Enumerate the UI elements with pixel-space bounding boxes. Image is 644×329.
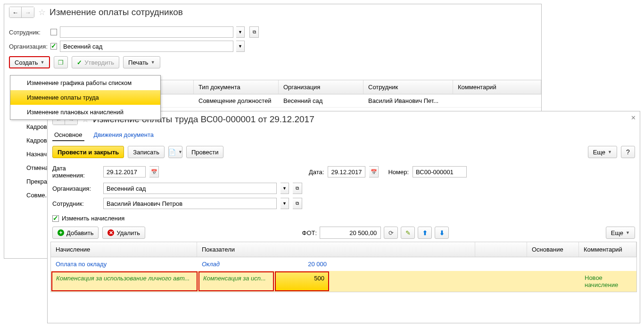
- number-input[interactable]: ВС00-000001: [413, 166, 467, 177]
- title-bar: ← → ☆ Изменение оплаты сотрудников: [4, 4, 541, 20]
- tabs: Основное Движения документа: [48, 127, 640, 143]
- post-button[interactable]: Провести: [186, 146, 224, 158]
- edit-button[interactable]: ✎: [401, 227, 415, 239]
- col-org[interactable]: Организация: [279, 80, 363, 94]
- delete-icon: ✕: [107, 229, 114, 236]
- delete-button[interactable]: ✕ Удалить: [102, 227, 145, 239]
- print-button[interactable]: Печать▼: [123, 56, 160, 68]
- col-emp[interactable]: Сотрудник: [363, 80, 453, 94]
- sub-emp-label: Сотрудник:: [52, 200, 99, 207]
- employee-dropdown-icon[interactable]: ▼: [236, 26, 245, 38]
- col-comment[interactable]: Комментарий: [453, 80, 541, 94]
- number-label: Номер:: [388, 169, 409, 176]
- change-calc-label: Изменить начисления: [62, 215, 124, 222]
- org-label: Организация:: [9, 43, 48, 50]
- cell-doctype: Совмещение должностей: [194, 94, 279, 107]
- help-button[interactable]: ?: [621, 146, 635, 158]
- org-filter-checkbox[interactable]: [50, 43, 57, 50]
- open-icon[interactable]: ⧉: [293, 198, 302, 209]
- more-button[interactable]: Еще ▼: [588, 146, 617, 158]
- table-row-highlighted[interactable]: Компенсация за использование личного авт…: [51, 271, 636, 292]
- calendar-icon[interactable]: 📅: [149, 166, 159, 177]
- date-label: Дата:: [309, 169, 324, 176]
- write-button[interactable]: Записать: [128, 146, 165, 158]
- cell-calc[interactable]: Оплата по окладу: [51, 257, 197, 271]
- change-date-input[interactable]: 29.12.2017: [103, 166, 146, 177]
- table-more-button[interactable]: Еще ▼: [606, 227, 635, 239]
- menu-item-schedule-list[interactable]: Изменение графика работы списком: [10, 76, 160, 90]
- grid-header: Тип документа Организация Сотрудник Комм…: [161, 80, 541, 94]
- forward-button[interactable]: →: [22, 7, 34, 17]
- tab-main[interactable]: Основное: [52, 129, 84, 141]
- post-and-close-button[interactable]: Провести и закрыть: [52, 146, 124, 158]
- sub-window: ✕ ← → ☆ Изменение оплаты труда ВС00-0000…: [47, 111, 640, 323]
- back-button[interactable]: ←: [9, 7, 22, 17]
- table-row[interactable]: Оплата по окладу Оклад 20 000: [51, 257, 636, 271]
- chevron-down-icon: ▼: [151, 60, 155, 65]
- employee-input[interactable]: [60, 26, 233, 38]
- approve-button[interactable]: ✓ Утвердить: [72, 56, 119, 68]
- plus-icon: +: [58, 229, 64, 236]
- cell-calc[interactable]: Компенсация за использование личного авт…: [51, 271, 198, 291]
- chevron-down-icon: ▼: [178, 150, 182, 154]
- document-icon: 📄: [168, 149, 176, 156]
- cell-ind-val[interactable]: 20 000: [275, 257, 331, 271]
- col-base[interactable]: Основание: [527, 242, 579, 257]
- cell-ind-val[interactable]: 500: [275, 271, 329, 291]
- col-indicators[interactable]: Показатели: [197, 242, 475, 257]
- cell-comment: Новое начисление: [580, 271, 636, 292]
- col-comment[interactable]: Комментарий: [579, 242, 636, 257]
- cell-ind-name: Компенсация за исп...: [198, 271, 274, 291]
- create-menu: Изменение графика работы списком Изменен…: [10, 75, 161, 120]
- nav-buttons: ← →: [9, 7, 34, 18]
- dropdown-icon[interactable]: ▼: [281, 183, 289, 194]
- sub-org-input[interactable]: Весенний сад: [103, 183, 277, 194]
- employee-filter-checkbox[interactable]: [50, 29, 57, 35]
- cell-ind-name: Оклад: [197, 257, 275, 271]
- grid-row[interactable]: Совмещение должностей Весенний сад Васил…: [161, 94, 541, 108]
- calc-table: Начисление Показатели Основание Коммента…: [50, 242, 637, 292]
- page-title: Изменение оплаты сотрудников: [50, 7, 183, 17]
- sub-emp-input[interactable]: Василий Иванович Петров: [103, 198, 277, 209]
- arrow-up-icon: ⬆: [422, 229, 428, 236]
- move-down-button[interactable]: ⬇: [435, 227, 449, 239]
- copy-button[interactable]: ❐: [54, 56, 68, 68]
- employee-label: Сотрудник:: [9, 29, 48, 36]
- col-spacer: [475, 242, 527, 257]
- cell-emp: Василий Иванович Пет...: [363, 94, 453, 107]
- report-button[interactable]: 📄▼: [168, 146, 182, 158]
- calendar-icon[interactable]: 📅: [369, 166, 379, 177]
- col-doctype[interactable]: Тип документа: [194, 80, 279, 94]
- cell-org: Весенний сад: [279, 94, 363, 107]
- check-icon: ✓: [77, 59, 82, 66]
- add-button[interactable]: + Добавить: [52, 227, 99, 239]
- chevron-down-icon: ▼: [40, 60, 44, 65]
- org-dropdown-icon[interactable]: ▼: [236, 41, 245, 52]
- fot-input[interactable]: [320, 227, 381, 239]
- pencil-icon: ✎: [405, 229, 411, 236]
- refresh-icon: ⟳: [388, 229, 394, 236]
- create-button[interactable]: Создать▼: [9, 56, 50, 68]
- chevron-down-icon: ▼: [626, 230, 630, 235]
- chevron-down-icon: ▼: [608, 150, 612, 154]
- col-calc[interactable]: Начисление: [51, 242, 197, 257]
- fot-label: ФОТ:: [302, 229, 317, 236]
- date-input[interactable]: 29.12.2017: [328, 166, 365, 177]
- dropdown-icon[interactable]: ▼: [281, 198, 289, 209]
- open-icon[interactable]: ⧉: [293, 183, 302, 194]
- org-input[interactable]: Весенний сад: [60, 41, 233, 52]
- close-icon[interactable]: ✕: [631, 114, 636, 121]
- copy-icon: ❐: [58, 59, 64, 66]
- table-header: Начисление Показатели Основание Коммента…: [51, 242, 636, 257]
- menu-item-payment-change[interactable]: Изменение оплаты труда: [10, 90, 160, 105]
- favorite-icon[interactable]: ☆: [38, 7, 46, 17]
- arrow-down-icon: ⬇: [439, 229, 445, 236]
- sub-org-label: Организация:: [52, 185, 99, 192]
- change-calc-checkbox[interactable]: [52, 215, 59, 222]
- menu-item-planned-calc[interactable]: Изменение плановых начислений: [10, 105, 160, 119]
- tab-movements[interactable]: Движения документа: [92, 129, 156, 141]
- refresh-button[interactable]: ⟳: [384, 227, 398, 239]
- change-date-label: Дата изменения:: [52, 165, 99, 179]
- move-up-button[interactable]: ⬆: [418, 227, 432, 239]
- employee-open-icon[interactable]: ⧉: [249, 26, 259, 38]
